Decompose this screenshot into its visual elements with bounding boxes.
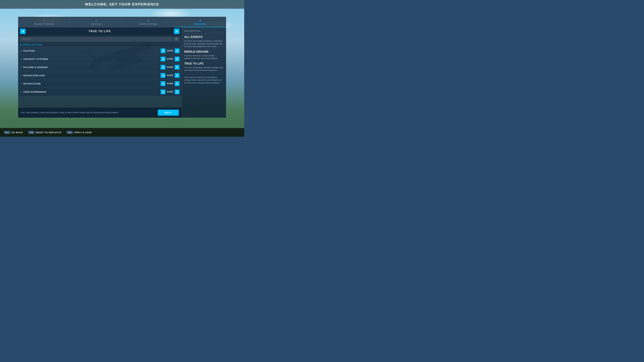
notification-value: HARD	[167, 82, 174, 85]
row-controls-aircraft-systems: ◀ HARD ▶	[161, 57, 180, 61]
table-row: ▼ NOTIFICATION ◀ HARD ▶	[18, 80, 182, 88]
increase-piloting-button[interactable]: ▶	[175, 48, 180, 53]
info-text: YOU CAN CHANGE YOUR ASSISTANCE LEVEL AT …	[21, 112, 119, 114]
f11-key: F11	[67, 131, 73, 134]
piloting-value: HARD	[167, 50, 174, 52]
step-2-number: 2	[73, 19, 119, 22]
tab-services[interactable]: 2 Services	[70, 17, 122, 27]
failure-damage-value: HARD	[167, 66, 174, 68]
panel-header: ◀ TRUE TO LIFE ▶	[18, 27, 182, 35]
step-4-number: 4	[177, 19, 224, 22]
search-result-bar: ▶ 0 RESULT(S) FOUND	[18, 43, 182, 47]
tab-control-settings[interactable]: 3 Control Settings	[122, 17, 174, 27]
decrease-user-experience-button[interactable]: ◀	[161, 89, 165, 94]
expand-arrow-navigation-aids[interactable]: ▼	[20, 74, 22, 76]
decrease-notification-button[interactable]: ◀	[161, 81, 165, 86]
user-experience-value: HARD	[167, 91, 174, 93]
navigation-aids-value: HARD	[167, 74, 174, 77]
toolbar-reset-defaults[interactable]: F12 RESET TO DEFAULTS	[28, 131, 62, 134]
decrease-aircraft-systems-button[interactable]: ◀	[161, 57, 165, 61]
decrease-failure-damage-button[interactable]: ◀	[161, 65, 165, 69]
top-bar: WELCOME, SET YOUR EXPERIENCE	[0, 0, 244, 9]
next-button[interactable]: NEXT	[158, 110, 179, 116]
desc-text-true-to-life: For those comfortable with flight simula…	[184, 66, 224, 72]
steps-tabs: 1 Graphics Settings 2 Services 3 Control…	[18, 17, 226, 27]
step-3-label: Control Settings	[125, 23, 172, 25]
increase-user-experience-button[interactable]: ▶	[175, 89, 180, 94]
table-row: ▼ AIRCRAFT SYSTEMS ◀ HARD ▶	[18, 55, 182, 63]
decrease-piloting-button[interactable]: ◀	[161, 48, 165, 53]
reset-defaults-label: RESET TO DEFAULTS	[36, 131, 62, 134]
row-controls-user-experience: ◀ HARD ▶	[161, 89, 180, 94]
toolbar-go-back[interactable]: Esc GO BACK	[4, 131, 23, 134]
row-controls-notification: ◀ HARD ▶	[161, 81, 180, 86]
desc-heading-true-to-life: TRUE TO LIFE	[184, 62, 224, 65]
esc-key: Esc	[4, 131, 10, 134]
category-name-user-experience: USER EXPERIENCE	[23, 91, 161, 93]
categories-list: ▼ PILOTING ◀ HARD ▶ ▼ AIRCRAFT SYSTEMS ◀…	[18, 47, 182, 107]
category-name-piloting: PILOTING	[23, 50, 161, 52]
table-row: ▼ PILOTING ◀ HARD ▶	[18, 47, 182, 55]
desc-text-middle-ground: For those who want a mostly-realistic ex…	[184, 54, 224, 60]
search-result-text: 0 RESULT(S) FOUND	[23, 43, 42, 46]
category-name-notification: NOTIFICATION	[23, 82, 161, 85]
search-input[interactable]	[20, 37, 172, 41]
row-controls-failure-damage: ◀ HARD ▶	[161, 65, 180, 69]
next-mode-button[interactable]: ▶	[174, 29, 180, 34]
info-bar: YOU CAN CHANGE YOUR ASSISTANCE LEVEL AT …	[18, 107, 182, 118]
category-name-aircraft-systems: AIRCRAFT SYSTEMS	[23, 58, 161, 60]
step-2-label: Services	[73, 23, 119, 25]
search-button[interactable]: 🔍	[174, 37, 180, 41]
tab-graphics-settings[interactable]: 1 Graphics Settings	[18, 17, 70, 27]
expand-arrow-aircraft-systems[interactable]: ▼	[20, 58, 22, 60]
bottom-toolbar: Esc GO BACK F12 RESET TO DEFAULTS F11 AP…	[0, 128, 244, 137]
content-area: ◀ TRUE TO LIFE ▶ 🔍 ▶ 0 RESULT(S) FOUND ▼…	[18, 27, 226, 118]
left-panel: ◀ TRUE TO LIFE ▶ 🔍 ▶ 0 RESULT(S) FOUND ▼…	[18, 27, 182, 118]
mode-title: TRUE TO LIFE	[26, 30, 174, 33]
step-1-number: 1	[21, 19, 67, 22]
search-bar: 🔍	[18, 35, 182, 43]
increase-aircraft-systems-button[interactable]: ▶	[175, 57, 180, 61]
step-4-label: Assistance	[177, 23, 224, 25]
category-name-navigation-aids: NAVIGATION AIDS	[23, 74, 161, 77]
desc-text-all-assists: For those new to flight simulation or wa…	[184, 39, 224, 48]
tab-assistance[interactable]: 4 Assistance	[174, 17, 226, 27]
increase-notification-button[interactable]: ▶	[175, 81, 180, 86]
table-row: ▼ USER EXPERIENCE ◀ HARD ▶	[18, 88, 182, 96]
category-name-failure-damage: FAILURE & DAMAGE	[23, 66, 161, 68]
aircraft-systems-value: HARD	[167, 58, 174, 60]
desc-heading-all-assists: ALL ASSISTS	[184, 35, 224, 38]
go-back-label: GO BACK	[12, 131, 23, 134]
desc-text-customize: If you wish to customize your Assistance…	[184, 76, 224, 84]
main-modal: 1 Graphics Settings 2 Services 3 Control…	[18, 17, 226, 127]
description-panel: DESCRIPTION ALL ASSISTS For those new to…	[182, 27, 226, 118]
result-arrow: ▶	[20, 43, 22, 46]
expand-arrow-notification[interactable]: ▼	[20, 83, 22, 85]
desc-heading-middle-ground: MIDDLE-GROUND	[184, 50, 224, 53]
row-controls-navigation-aids: ◀ HARD ▶	[161, 73, 180, 78]
description-title: DESCRIPTION	[184, 30, 224, 33]
row-controls-piloting: ◀ HARD ▶	[161, 48, 180, 53]
toolbar-apply-save[interactable]: F11 APPLY & SAVE	[67, 131, 92, 134]
page-title: WELCOME, SET YOUR EXPERIENCE	[85, 2, 159, 6]
expand-arrow-failure-damage[interactable]: ▼	[20, 66, 22, 68]
table-row: ▼ NAVIGATION AIDS ◀ HARD ▶	[18, 71, 182, 80]
decrease-navigation-aids-button[interactable]: ◀	[161, 73, 165, 78]
increase-navigation-aids-button[interactable]: ▶	[175, 73, 180, 78]
expand-arrow-piloting[interactable]: ▼	[20, 50, 22, 52]
step-1-label: Graphics Settings	[21, 23, 67, 25]
apply-save-label: APPLY & SAVE	[74, 131, 92, 134]
increase-failure-damage-button[interactable]: ▶	[175, 65, 180, 69]
f12-key: F12	[28, 131, 34, 134]
prev-mode-button[interactable]: ◀	[20, 29, 26, 34]
step-3-number: 3	[125, 19, 172, 22]
table-row: ▼ FAILURE & DAMAGE ◀ HARD ▶	[18, 63, 182, 71]
expand-arrow-user-experience[interactable]: ▼	[20, 91, 22, 93]
